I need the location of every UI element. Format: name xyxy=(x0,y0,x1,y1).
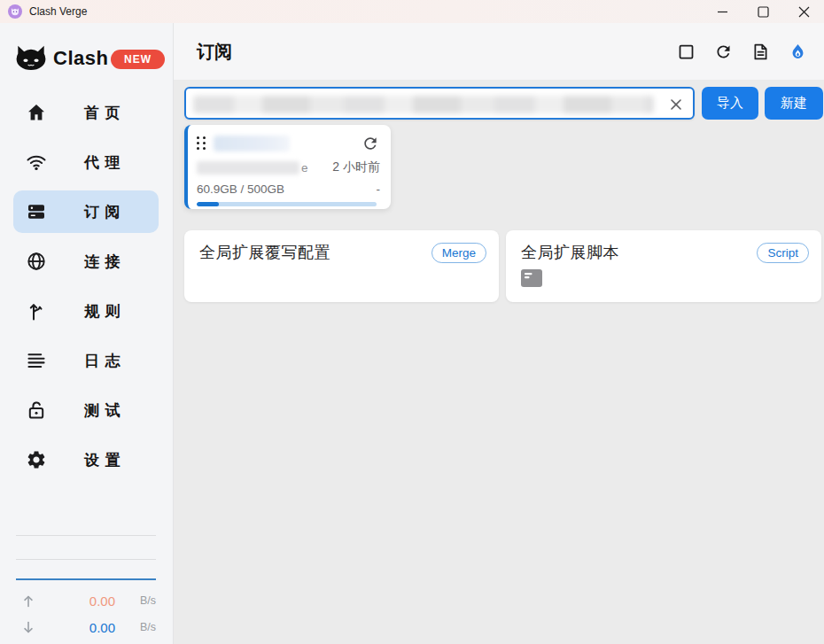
sidebar-item-test[interactable]: 测试 xyxy=(13,389,159,431)
document-icon xyxy=(751,43,770,61)
sidebar-item-connections[interactable]: 连接 xyxy=(13,240,159,283)
script-chip: Script xyxy=(757,243,809,263)
globe-icon xyxy=(26,251,47,272)
sidebar-nav: 首页 代理 订阅 xyxy=(0,91,173,481)
profiles-page: 导入 新建 e 2 小时前 60.9GB / 500G xyxy=(174,80,824,644)
arrow-up-icon xyxy=(21,594,35,608)
minimize-button[interactable] xyxy=(702,0,742,23)
gear-icon xyxy=(26,449,47,470)
app-icon xyxy=(8,4,22,19)
refresh-all-button[interactable] xyxy=(713,42,733,61)
merge-config-card[interactable]: 全局扩展覆写配置 Merge xyxy=(184,230,499,302)
titlebar: Clash Verge xyxy=(0,0,824,23)
clash-core-button[interactable] xyxy=(788,42,807,61)
profile-expire: - xyxy=(377,182,381,196)
clear-input-button[interactable] xyxy=(665,93,688,116)
profile-card[interactable]: e 2 小时前 60.9GB / 500GB - xyxy=(184,125,391,209)
memory-stat[interactable]: 13.9 MB xyxy=(0,640,173,644)
maximize-button[interactable] xyxy=(742,0,783,23)
profile-url-tail: e xyxy=(301,161,308,175)
new-badge: NEW xyxy=(111,50,165,69)
clear-x-icon xyxy=(669,97,683,112)
new-profile-button[interactable]: 新建 xyxy=(765,87,823,120)
runtime-config-button[interactable] xyxy=(750,42,770,61)
card-title: 全局扩展覆写配置 xyxy=(199,242,330,263)
sidebar-item-profiles[interactable]: 订阅 xyxy=(13,190,159,233)
close-icon xyxy=(798,6,810,18)
main-area: 订阅 xyxy=(174,23,824,644)
view-mode-button[interactable] xyxy=(676,42,696,61)
sidebar-item-proxy[interactable]: 代理 xyxy=(13,141,159,183)
import-button[interactable]: 导入 xyxy=(702,87,758,120)
window-controls xyxy=(702,0,824,23)
home-icon xyxy=(26,102,47,123)
profile-progress-bar xyxy=(197,202,377,206)
refresh-icon xyxy=(714,43,733,61)
upload-value: 0.00 xyxy=(35,594,115,609)
override-cards: 全局扩展覆写配置 Merge 全局扩展脚本 Script xyxy=(184,230,824,302)
traffic-graph-line xyxy=(16,578,156,580)
minimize-icon xyxy=(717,6,728,18)
sidebar-item-logs[interactable]: 日志 xyxy=(13,339,159,382)
refresh-icon xyxy=(361,135,379,152)
redacted-profile-name xyxy=(214,136,290,151)
redacted-url-text xyxy=(193,96,654,113)
flame-icon xyxy=(789,43,807,61)
profile-url-input[interactable] xyxy=(184,87,695,120)
subscription-icon xyxy=(26,201,47,222)
square-icon xyxy=(677,43,696,61)
sidebar: Clash V NEW 首页 代理 xyxy=(0,23,174,644)
app-logo: Clash V NEW xyxy=(14,36,173,81)
download-value: 0.00 xyxy=(35,620,115,635)
download-stat: 0.00 B/s xyxy=(0,614,173,640)
upload-unit: B/s xyxy=(128,594,156,607)
drag-handle-icon[interactable] xyxy=(197,136,206,151)
merge-chip: Merge xyxy=(431,243,486,263)
list-lines-icon xyxy=(26,350,47,371)
unlock-icon xyxy=(26,400,47,421)
sidebar-item-home[interactable]: 首页 xyxy=(13,91,159,134)
upload-stat: 0.00 B/s xyxy=(0,587,173,614)
profile-progress-fill xyxy=(197,202,219,206)
profile-usage: 60.9GB / 500GB xyxy=(197,182,284,196)
console-log-icon[interactable] xyxy=(521,269,542,287)
redacted-profile-url xyxy=(197,161,299,175)
arrow-down-icon xyxy=(21,621,35,634)
close-button[interactable] xyxy=(783,0,824,23)
card-title: 全局扩展脚本 xyxy=(521,242,619,263)
window-title: Clash Verge xyxy=(29,5,87,18)
download-unit: B/s xyxy=(128,621,156,633)
traffic-graph-gridline xyxy=(16,559,156,560)
traffic-panel: 0.00 B/s 0.00 B/s 13.9 MB xyxy=(0,506,173,644)
fork-arrow-icon xyxy=(26,300,47,322)
page-header: 订阅 xyxy=(174,23,824,80)
cat-logo-icon xyxy=(14,44,48,74)
page-title: 订阅 xyxy=(197,40,232,64)
sidebar-item-settings[interactable]: 设置 xyxy=(13,438,159,481)
traffic-graph-gridline xyxy=(16,535,156,536)
titlebar-app: Clash Verge xyxy=(0,4,87,19)
profile-toolbar: 导入 新建 xyxy=(174,80,824,120)
app-window: Clash Verge Clash V xyxy=(0,0,824,644)
profile-refresh-button[interactable] xyxy=(361,134,380,153)
maximize-icon xyxy=(758,6,769,18)
sidebar-item-rules[interactable]: 规则 xyxy=(13,290,159,332)
script-config-card[interactable]: 全局扩展脚本 Script xyxy=(506,230,821,302)
wifi-icon xyxy=(26,151,47,173)
profile-updated-time: 2 小时前 xyxy=(332,159,380,175)
